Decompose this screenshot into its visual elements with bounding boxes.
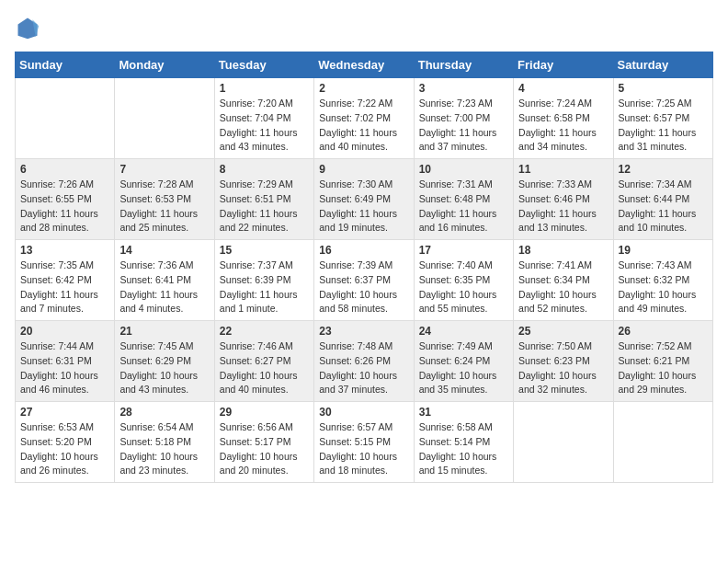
calendar-cell: 29Sunrise: 6:56 AM Sunset: 5:17 PM Dayli… xyxy=(214,402,313,483)
day-number: 16 xyxy=(319,244,408,257)
calendar-cell: 2Sunrise: 7:22 AM Sunset: 7:02 PM Daylig… xyxy=(314,78,414,159)
day-number: 22 xyxy=(220,325,309,338)
calendar-table: SundayMondayTuesdayWednesdayThursdayFrid… xyxy=(15,52,713,483)
calendar-cell: 20Sunrise: 7:44 AM Sunset: 6:31 PM Dayli… xyxy=(16,321,115,402)
calendar-cell xyxy=(514,402,613,483)
day-info: Sunrise: 7:37 AM Sunset: 6:39 PM Dayligh… xyxy=(220,259,309,316)
calendar-week-5: 27Sunrise: 6:53 AM Sunset: 5:20 PM Dayli… xyxy=(16,402,713,483)
weekday-header-monday: Monday xyxy=(115,52,214,78)
day-info: Sunrise: 7:52 AM Sunset: 6:21 PM Dayligh… xyxy=(619,339,708,397)
day-number: 7 xyxy=(119,163,209,176)
day-info: Sunrise: 7:41 AM Sunset: 6:34 PM Dayligh… xyxy=(518,259,608,316)
day-number: 13 xyxy=(20,244,109,257)
day-number: 25 xyxy=(518,325,608,338)
calendar-cell: 9Sunrise: 7:30 AM Sunset: 6:49 PM Daylig… xyxy=(314,159,414,240)
day-number: 3 xyxy=(419,82,508,95)
day-number: 24 xyxy=(419,325,508,338)
day-info: Sunrise: 6:56 AM Sunset: 5:17 PM Dayligh… xyxy=(220,420,309,478)
day-number: 20 xyxy=(20,325,109,338)
day-number: 9 xyxy=(319,163,408,176)
day-info: Sunrise: 7:33 AM Sunset: 6:46 PM Dayligh… xyxy=(518,178,608,236)
day-number: 14 xyxy=(119,244,209,257)
day-number: 19 xyxy=(619,244,708,257)
day-info: Sunrise: 7:26 AM Sunset: 6:55 PM Dayligh… xyxy=(20,178,109,236)
calendar-cell: 8Sunrise: 7:29 AM Sunset: 6:51 PM Daylig… xyxy=(214,159,313,240)
day-info: Sunrise: 7:30 AM Sunset: 6:49 PM Dayligh… xyxy=(319,178,408,236)
day-number: 30 xyxy=(319,406,408,419)
day-number: 31 xyxy=(419,406,508,419)
calendar-week-4: 20Sunrise: 7:44 AM Sunset: 6:31 PM Dayli… xyxy=(16,321,713,402)
day-info: Sunrise: 7:49 AM Sunset: 6:24 PM Dayligh… xyxy=(419,339,508,397)
day-info: Sunrise: 7:44 AM Sunset: 6:31 PM Dayligh… xyxy=(20,339,109,397)
calendar-cell: 30Sunrise: 6:57 AM Sunset: 5:15 PM Dayli… xyxy=(314,402,414,483)
calendar-cell: 25Sunrise: 7:50 AM Sunset: 6:23 PM Dayli… xyxy=(514,321,613,402)
day-info: Sunrise: 7:39 AM Sunset: 6:37 PM Dayligh… xyxy=(319,259,408,316)
day-info: Sunrise: 7:35 AM Sunset: 6:42 PM Dayligh… xyxy=(20,259,109,316)
calendar-cell: 11Sunrise: 7:33 AM Sunset: 6:46 PM Dayli… xyxy=(514,159,613,240)
weekday-header-thursday: Thursday xyxy=(414,52,513,78)
day-number: 8 xyxy=(220,163,309,176)
day-info: Sunrise: 6:57 AM Sunset: 5:15 PM Dayligh… xyxy=(319,420,408,478)
day-number: 10 xyxy=(419,163,508,176)
day-info: Sunrise: 7:22 AM Sunset: 7:02 PM Dayligh… xyxy=(319,97,408,155)
weekday-header-tuesday: Tuesday xyxy=(214,52,313,78)
calendar-cell: 24Sunrise: 7:49 AM Sunset: 6:24 PM Dayli… xyxy=(414,321,513,402)
day-info: Sunrise: 7:45 AM Sunset: 6:29 PM Dayligh… xyxy=(119,339,209,397)
calendar-cell: 31Sunrise: 6:58 AM Sunset: 5:14 PM Dayli… xyxy=(414,402,513,483)
day-number: 15 xyxy=(220,244,309,257)
calendar-cell: 13Sunrise: 7:35 AM Sunset: 6:42 PM Dayli… xyxy=(16,240,115,321)
calendar-cell: 3Sunrise: 7:23 AM Sunset: 7:00 PM Daylig… xyxy=(414,78,513,159)
calendar-cell: 21Sunrise: 7:45 AM Sunset: 6:29 PM Dayli… xyxy=(115,321,214,402)
calendar-cell: 16Sunrise: 7:39 AM Sunset: 6:37 PM Dayli… xyxy=(314,240,414,321)
day-number: 18 xyxy=(518,244,608,257)
day-info: Sunrise: 6:53 AM Sunset: 5:20 PM Dayligh… xyxy=(20,420,109,478)
calendar-cell: 27Sunrise: 6:53 AM Sunset: 5:20 PM Dayli… xyxy=(16,402,115,483)
day-number: 2 xyxy=(319,82,408,95)
day-number: 11 xyxy=(518,163,608,176)
day-info: Sunrise: 7:50 AM Sunset: 6:23 PM Dayligh… xyxy=(518,339,608,397)
day-info: Sunrise: 7:31 AM Sunset: 6:48 PM Dayligh… xyxy=(419,178,508,236)
day-number: 28 xyxy=(119,406,209,419)
calendar-cell: 6Sunrise: 7:26 AM Sunset: 6:55 PM Daylig… xyxy=(16,159,115,240)
day-info: Sunrise: 7:28 AM Sunset: 6:53 PM Dayligh… xyxy=(119,178,209,236)
day-number: 6 xyxy=(20,163,109,176)
day-info: Sunrise: 7:48 AM Sunset: 6:26 PM Dayligh… xyxy=(319,339,408,397)
calendar-cell: 26Sunrise: 7:52 AM Sunset: 6:21 PM Dayli… xyxy=(613,321,712,402)
day-number: 21 xyxy=(119,325,209,338)
calendar-cell: 17Sunrise: 7:40 AM Sunset: 6:35 PM Dayli… xyxy=(414,240,513,321)
day-number: 23 xyxy=(319,325,408,338)
calendar-cell: 19Sunrise: 7:43 AM Sunset: 6:32 PM Dayli… xyxy=(613,240,712,321)
day-number: 1 xyxy=(220,82,309,95)
day-info: Sunrise: 7:25 AM Sunset: 6:57 PM Dayligh… xyxy=(619,97,708,155)
day-number: 29 xyxy=(220,406,309,419)
calendar-cell: 15Sunrise: 7:37 AM Sunset: 6:39 PM Dayli… xyxy=(214,240,313,321)
day-number: 27 xyxy=(20,406,109,419)
calendar-cell: 14Sunrise: 7:36 AM Sunset: 6:41 PM Dayli… xyxy=(115,240,214,321)
weekday-header-wednesday: Wednesday xyxy=(314,52,414,78)
day-info: Sunrise: 6:54 AM Sunset: 5:18 PM Dayligh… xyxy=(119,420,209,478)
calendar-cell: 22Sunrise: 7:46 AM Sunset: 6:27 PM Dayli… xyxy=(214,321,313,402)
calendar-cell: 5Sunrise: 7:25 AM Sunset: 6:57 PM Daylig… xyxy=(613,78,712,159)
generalblue-logo-icon xyxy=(15,15,40,40)
day-info: Sunrise: 7:23 AM Sunset: 7:00 PM Dayligh… xyxy=(419,97,508,155)
calendar-cell: 23Sunrise: 7:48 AM Sunset: 6:26 PM Dayli… xyxy=(314,321,414,402)
day-info: Sunrise: 7:20 AM Sunset: 7:04 PM Dayligh… xyxy=(220,97,309,155)
calendar-cell: 12Sunrise: 7:34 AM Sunset: 6:44 PM Dayli… xyxy=(613,159,712,240)
weekday-header-friday: Friday xyxy=(514,52,613,78)
day-info: Sunrise: 6:58 AM Sunset: 5:14 PM Dayligh… xyxy=(419,420,508,478)
calendar-cell xyxy=(16,78,115,159)
calendar-cell: 28Sunrise: 6:54 AM Sunset: 5:18 PM Dayli… xyxy=(115,402,214,483)
day-info: Sunrise: 7:24 AM Sunset: 6:58 PM Dayligh… xyxy=(518,97,608,155)
logo xyxy=(15,15,44,40)
calendar-cell: 18Sunrise: 7:41 AM Sunset: 6:34 PM Dayli… xyxy=(514,240,613,321)
day-info: Sunrise: 7:29 AM Sunset: 6:51 PM Dayligh… xyxy=(220,178,309,236)
weekday-header-row: SundayMondayTuesdayWednesdayThursdayFrid… xyxy=(16,52,713,78)
day-number: 12 xyxy=(619,163,708,176)
calendar-cell: 10Sunrise: 7:31 AM Sunset: 6:48 PM Dayli… xyxy=(414,159,513,240)
page-header xyxy=(15,15,713,40)
weekday-header-saturday: Saturday xyxy=(613,52,712,78)
calendar-cell: 1Sunrise: 7:20 AM Sunset: 7:04 PM Daylig… xyxy=(214,78,313,159)
calendar-cell xyxy=(115,78,214,159)
day-info: Sunrise: 7:43 AM Sunset: 6:32 PM Dayligh… xyxy=(619,259,708,316)
calendar-week-1: 1Sunrise: 7:20 AM Sunset: 7:04 PM Daylig… xyxy=(16,78,713,159)
